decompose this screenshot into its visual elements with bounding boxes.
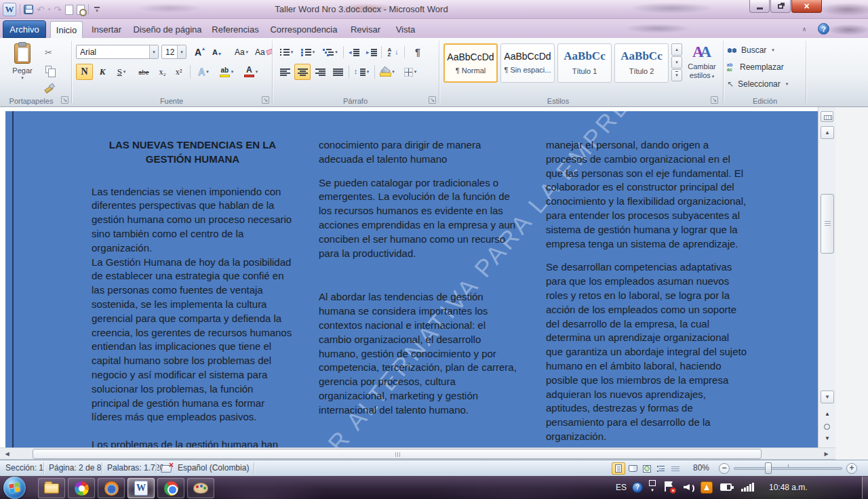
line-spacing-button[interactable]: ▾ [351, 64, 372, 80]
vertical-scrollbar[interactable]: ▲ ▼ ▲ ▼ [818, 107, 835, 447]
numbering-button[interactable]: ▾ [298, 45, 317, 59]
subscript-button[interactable]: x₂ [155, 64, 170, 80]
tray-help-icon[interactable]: ? [632, 482, 643, 493]
taskbar-item-media-app[interactable] [68, 478, 95, 498]
document-page[interactable]: MEJOR ALTERNATIVA PARA LA EMPRESA LAS NU… [5, 111, 818, 447]
clipboard-dialog-launcher-icon[interactable]: ↘ [61, 96, 68, 104]
numbering-dropdown-icon[interactable]: ▾ [313, 49, 315, 55]
document-title[interactable]: LAS NUEVAS TENDENCIAS EN LA GESTIÓN HUMA… [102, 138, 283, 167]
tab-inicio[interactable]: Inicio [50, 21, 83, 38]
taskbar-item-chrome[interactable] [157, 478, 184, 498]
taskbar-item-firefox[interactable] [98, 478, 125, 498]
tab-insertar[interactable]: Insertar [87, 21, 126, 38]
help-icon[interactable]: ? [818, 23, 829, 35]
borders-dropdown-icon[interactable]: ▾ [414, 69, 417, 75]
next-page-button[interactable]: ▼ [822, 434, 833, 443]
font-color-dropdown-icon[interactable]: ▾ [256, 69, 258, 75]
language-indicator[interactable]: Español (Colombia) [178, 463, 249, 473]
underline-dropdown-icon[interactable]: ▾ [123, 69, 126, 75]
vertical-scroll-thumb[interactable] [821, 194, 834, 254]
start-button[interactable] [3, 477, 26, 499]
paragraph[interactable]: Las tendencias se vienen imponiendo con … [92, 185, 294, 256]
paragraph[interactable]: conocimiento para dirigir de manera adec… [319, 138, 521, 167]
document-column-3[interactable]: manejar el personal, dando origen a proc… [546, 138, 748, 444]
font-name-combobox[interactable]: Arial ▾ [76, 45, 159, 59]
draft-view-button[interactable] [669, 462, 682, 475]
paragraph[interactable]: Se pueden catalogar por tradicionales o … [319, 176, 521, 261]
bold-button[interactable]: N [76, 64, 93, 80]
style-normal[interactable]: AaBbCcDd ¶ Normal [443, 43, 498, 83]
underline-button[interactable]: S▾ [111, 64, 132, 80]
taskbar-item-word-active[interactable]: W [127, 478, 155, 498]
tab-vista[interactable]: Vista [389, 21, 422, 38]
text-effects-button[interactable]: A▾ [193, 64, 214, 80]
tab-archivo[interactable]: Archivo [3, 20, 46, 38]
borders-button[interactable]: ▾ [400, 64, 420, 80]
scroll-left-button[interactable]: ◀ [1, 449, 13, 459]
highlight-button[interactable]: ab ▾ [216, 64, 237, 80]
taskbar-item-paint[interactable] [187, 478, 214, 498]
taskbar-item-explorer[interactable] [38, 478, 65, 498]
spellcheck-icon[interactable] [161, 463, 173, 473]
web-layout-view-button[interactable] [640, 462, 654, 475]
paragraph-dialog-launcher-icon[interactable]: ↘ [429, 96, 436, 104]
print-layout-view-button[interactable] [612, 462, 625, 475]
zoom-out-button[interactable]: − [719, 463, 730, 474]
decrease-indent-button[interactable]: ◂ [346, 45, 362, 59]
line-spacing-dropdown-icon[interactable]: ▾ [367, 69, 370, 75]
styles-scroll-down-button[interactable]: ▾ [671, 56, 682, 68]
battery-icon[interactable] [720, 483, 732, 491]
align-right-button[interactable] [312, 64, 328, 80]
highlight-dropdown-icon[interactable]: ▾ [231, 69, 234, 75]
close-button[interactable]: × [791, 0, 822, 13]
paragraph[interactable]: La Gestión Humana de hoy da la posibilid… [92, 256, 294, 425]
font-color-button[interactable]: A ▾ [240, 64, 262, 80]
minimize-button[interactable] [749, 0, 770, 13]
minimize-ribbon-icon[interactable]: ∧ [799, 24, 810, 34]
tab-diseno-de-pagina[interactable]: Diseño de página [130, 21, 205, 38]
horizontal-scroll-thumb[interactable] [33, 449, 762, 459]
network-signal-icon[interactable] [741, 482, 755, 492]
scroll-up-button[interactable]: ▲ [821, 126, 834, 139]
tab-revisar[interactable]: Revisar [346, 21, 385, 38]
show-marks-button[interactable]: ¶ [410, 45, 426, 59]
previous-page-button[interactable]: ▲ [822, 410, 833, 419]
zoom-in-button[interactable]: + [846, 463, 857, 474]
multilevel-dropdown-icon[interactable]: ▾ [335, 49, 338, 55]
paragraph[interactable]: Al abordar las tendencias de gestión hum… [319, 290, 521, 417]
styles-scroll-up-button[interactable]: ▴ [671, 43, 682, 56]
font-size-combobox[interactable]: 12 ▾ [161, 45, 186, 59]
action-center-flag-icon[interactable]: × [664, 481, 675, 493]
styles-dialog-launcher-icon[interactable]: ↘ [711, 96, 718, 104]
show-desktop-button[interactable] [862, 477, 868, 499]
restore-button[interactable] [770, 0, 791, 13]
document-column-2[interactable]: conocimiento para dirigir de manera adec… [319, 138, 521, 418]
clock[interactable]: 10:48 a.m. [769, 483, 808, 492]
tab-correspondencia[interactable]: Correspondencia [266, 21, 342, 38]
copy-button[interactable] [42, 62, 66, 77]
select-button[interactable]: ↖Seleccionar▾ [727, 77, 788, 91]
zoom-slider-handle[interactable] [765, 462, 772, 474]
zoom-slider-track[interactable] [734, 467, 842, 470]
volume-icon[interactable] [684, 482, 695, 492]
multilevel-list-button[interactable]: ▾ [320, 45, 340, 59]
scroll-right-button[interactable]: ▶ [821, 449, 832, 459]
document-column-1[interactable]: LAS NUEVAS TENDENCIAS EN LA GESTIÓN HUMA… [92, 138, 294, 447]
strikethrough-button[interactable]: abe [134, 64, 153, 80]
style-sin-espaciado[interactable]: AaBbCcDd ¶ Sin espaci... [500, 43, 555, 83]
paragraph[interactable]: manejar el personal, dando origen a proc… [546, 138, 748, 251]
sort-button[interactable]: AZ [384, 45, 401, 59]
show-hidden-icons-button[interactable]: ▾ [649, 480, 656, 495]
tab-referencias[interactable]: Referencias [209, 21, 262, 38]
font-dialog-launcher-icon[interactable]: ↘ [262, 96, 269, 104]
format-painter-button[interactable] [42, 80, 66, 95]
style-titulo-1[interactable]: AaBbCc Título 1 [557, 43, 612, 83]
italic-button[interactable]: K [95, 64, 110, 80]
language-tray-indicator[interactable]: ES [616, 483, 627, 492]
change-styles-button[interactable]: AA Cambiar estilos▾ [684, 42, 720, 104]
shading-dropdown-icon[interactable]: ▾ [392, 69, 395, 75]
select-browse-object-button[interactable] [824, 424, 830, 430]
scroll-down-button[interactable]: ▼ [821, 391, 834, 403]
horizontal-scrollbar[interactable]: ◀ ▶ [0, 447, 835, 460]
fullscreen-reading-view-button[interactable] [626, 462, 639, 475]
